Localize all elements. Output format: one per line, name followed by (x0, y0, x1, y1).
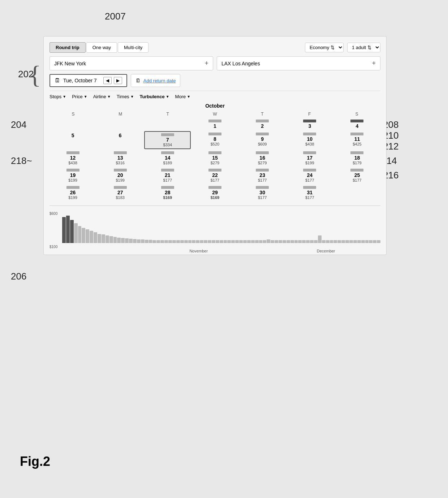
calendar-day-empty-0-2 (144, 118, 191, 130)
day-header-t2: T (238, 112, 286, 117)
adult-select[interactable]: 1 adult ⇅ 2 adults 3 adults (347, 43, 380, 52)
calendar-day-19[interactable]: 19$199 (49, 167, 96, 184)
chart-bar-67 (326, 240, 329, 243)
chart-bar-59 (294, 240, 298, 243)
calendar-day-20[interactable]: 20$199 (97, 167, 143, 184)
calendar-day-4[interactable]: 4 (334, 118, 380, 130)
chart-bar-24 (156, 240, 160, 243)
day-number: 24 (307, 172, 313, 178)
filter-turbulence[interactable]: Turbulence ▼ (140, 94, 169, 99)
calendar-day-7[interactable]: 7$334 (144, 131, 191, 149)
chart-bar-21 (145, 240, 148, 243)
chart-bar-79 (373, 240, 376, 243)
date-nav: ◀ ▶ (103, 77, 122, 84)
chart-bar-11 (105, 235, 109, 243)
day-number: 29 (212, 190, 218, 195)
day-headers: S M T W T F S (49, 112, 380, 117)
chart-bar-18 (133, 239, 137, 243)
day-number: 20 (117, 172, 123, 178)
chart-bar-66 (322, 240, 326, 243)
day-price: $334 (163, 143, 172, 147)
calendar-day-29[interactable]: 29$169 (191, 185, 238, 201)
chart-bar-57 (287, 240, 290, 243)
add-return-date-link[interactable]: Add return date (143, 78, 176, 83)
departure-date-field[interactable]: 🗓 Tue, October 7 ◀ ▶ (49, 74, 127, 87)
calendar-day-6[interactable]: 6 (97, 131, 143, 149)
price-bar (350, 133, 363, 135)
date-prev-button[interactable]: ◀ (103, 77, 112, 84)
tab-round-trip[interactable]: Round trip (49, 42, 86, 53)
calendar-day-1[interactable]: 1 (191, 118, 238, 130)
return-date-field[interactable]: 🗓 Add return date (131, 74, 181, 87)
calendar-day-18[interactable]: 18$179 (334, 150, 380, 166)
calendar-day-8[interactable]: 8$520 (191, 131, 238, 149)
filter-turbulence-label: Turbulence (140, 94, 165, 99)
calendar-day-14[interactable]: 14$189 (144, 150, 191, 166)
chart-bar-43 (231, 240, 235, 243)
filter-turbulence-arrow: ▼ (166, 95, 169, 99)
filter-times[interactable]: Times ▼ (117, 94, 134, 99)
destination-field[interactable]: LAX Los Angeles + (217, 56, 380, 70)
chart-bar-28 (172, 240, 176, 243)
od-row: JFK New York + LAX Los Angeles + (49, 56, 380, 70)
tab-one-way[interactable]: One way (86, 42, 117, 53)
chart-bar-14 (117, 238, 121, 243)
annotation-2007: 2007 (105, 11, 126, 22)
day-price: $189 (163, 161, 172, 165)
price-bar (256, 151, 269, 154)
chart-bar-51 (263, 240, 266, 243)
calendar-day-15[interactable]: 15$279 (191, 150, 238, 166)
day-number: 3 (308, 123, 311, 129)
calendar-day-2[interactable]: 2 (239, 118, 286, 130)
filter-times-label: Times (117, 94, 129, 99)
day-number: 22 (212, 172, 218, 178)
calendar-day-12[interactable]: 12$438 (49, 150, 96, 166)
price-bar (303, 133, 316, 135)
calendar-day-10[interactable]: 10$438 (287, 131, 333, 149)
calendar-day-17[interactable]: 17$199 (287, 150, 333, 166)
chart-bar-34 (196, 240, 199, 243)
filter-airline[interactable]: Airline ▼ (93, 94, 111, 99)
day-price: $169 (211, 195, 219, 200)
day-header-t1: T (144, 112, 191, 117)
calendar-day-5[interactable]: 5 (49, 131, 96, 149)
filter-stops[interactable]: Stops ▼ (49, 94, 66, 99)
filter-price-arrow: ▼ (84, 95, 87, 99)
class-adult-selectors: Economy ⇅ Business First 1 adult ⇅ 2 adu… (305, 43, 380, 52)
calendar-day-22[interactable]: 22$177 (191, 167, 238, 184)
filter-more[interactable]: More ▼ (175, 94, 191, 99)
class-select[interactable]: Economy ⇅ Business First (305, 43, 344, 52)
calendar-day-26[interactable]: 26$199 (49, 185, 96, 201)
date-next-button[interactable]: ▶ (114, 77, 122, 84)
calendar-day-24[interactable]: 24$177 (287, 167, 333, 184)
price-bar (256, 169, 269, 172)
day-number: 12 (70, 155, 76, 161)
price-bar (256, 186, 269, 189)
calendar-day-3[interactable]: 3 (287, 118, 333, 130)
chart-bar-35 (200, 240, 203, 243)
origin-field[interactable]: JFK New York + (49, 56, 213, 70)
chart-bar-80 (377, 240, 380, 243)
calendar-day-16[interactable]: 16$279 (239, 150, 286, 166)
chart-bar-58 (290, 240, 294, 243)
tab-multi-city[interactable]: Multi-city (118, 42, 148, 53)
chart-bar-23 (152, 240, 156, 243)
chart-bar-61 (302, 240, 306, 243)
calendar-day-23[interactable]: 23$177 (239, 167, 286, 184)
calendar-day-11[interactable]: 11$425 (334, 131, 380, 149)
day-number: 8 (214, 136, 216, 142)
day-number: 30 (259, 190, 265, 195)
calendar-day-25[interactable]: 25$177 (334, 167, 380, 184)
calendar-day-21[interactable]: 21$177 (144, 167, 191, 184)
chart-bar-69 (333, 240, 337, 243)
calendar-day-27[interactable]: 27$183 (97, 185, 143, 201)
filter-price[interactable]: Price ▼ (72, 94, 87, 99)
calendar-day-13[interactable]: 13$316 (97, 150, 143, 166)
calendar-day-31[interactable]: 31$177 (287, 185, 333, 201)
price-bar (66, 151, 79, 154)
day-header-w: W (191, 112, 239, 117)
trip-tabs-row: Round trip One way Multi-city Economy ⇅ … (49, 42, 380, 53)
calendar-day-30[interactable]: 30$177 (239, 185, 286, 201)
calendar-day-9[interactable]: 9$609 (239, 131, 286, 149)
calendar-day-28[interactable]: 28$169 (144, 185, 191, 201)
